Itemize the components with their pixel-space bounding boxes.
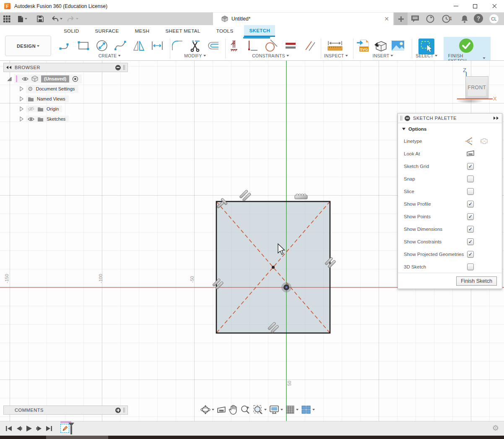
snap-checkbox[interactable]	[467, 176, 474, 182]
visibility-eye-icon[interactable]	[28, 117, 34, 121]
look-at-icon[interactable]	[466, 150, 475, 157]
close-button[interactable]	[485, 0, 504, 12]
offset-tool-icon[interactable]	[205, 39, 220, 53]
create-group-label[interactable]: CREATE	[99, 53, 121, 58]
centerline-linetype-icon[interactable]	[479, 137, 488, 145]
parallel-constraint-glyph[interactable]	[239, 190, 251, 201]
tab-tools[interactable]: TOOLS	[211, 25, 239, 37]
mirror-tool-icon[interactable]	[132, 39, 146, 53]
parallel-constraint-icon[interactable]	[303, 39, 317, 53]
browser-root-row[interactable]: (Unsaved)	[3, 74, 129, 84]
help-icon[interactable]: ?	[474, 14, 483, 23]
inspect-group-label[interactable]: INSPECT	[324, 53, 348, 58]
timeline-settings-gear-icon[interactable]: ⚙	[492, 424, 499, 432]
timeline-play-button[interactable]	[24, 424, 34, 433]
modify-group-label[interactable]: MODIFY	[184, 53, 206, 58]
3d-sketch-checkbox[interactable]	[467, 263, 474, 270]
collapse-browser-icon[interactable]	[6, 66, 12, 69]
comments-bar[interactable]: COMMENTS	[3, 405, 128, 415]
timeline-position-marker[interactable]	[68, 422, 75, 436]
look-at-button[interactable]	[217, 406, 226, 413]
select-group-label[interactable]: SELECT	[416, 53, 437, 58]
center-point[interactable]	[272, 266, 275, 269]
add-comment-icon[interactable]	[115, 408, 121, 413]
tab-close-icon[interactable]: ✕	[383, 15, 390, 22]
show-dimensions-checkbox[interactable]: ✓	[467, 226, 474, 232]
undo-button[interactable]	[51, 14, 62, 24]
browser-item-document-settings[interactable]: ⚙ Document Settings	[3, 84, 129, 94]
equal-constraint-icon[interactable]	[283, 39, 298, 53]
show-profile-checkbox[interactable]: ✓	[467, 201, 474, 207]
rectangle-tool-icon[interactable]	[76, 39, 91, 53]
fit-button[interactable]	[253, 405, 267, 415]
line-tool-icon[interactable]	[58, 39, 72, 53]
document-name[interactable]: (Unsaved)	[41, 75, 69, 83]
visibility-off-eye-icon[interactable]	[28, 106, 34, 111]
construction-linetype-icon[interactable]	[465, 137, 474, 145]
palette-remove-icon[interactable]	[405, 116, 410, 121]
spline-tool-icon[interactable]	[113, 39, 127, 53]
expand-icon[interactable]	[19, 116, 24, 121]
fillet-tool-icon[interactable]	[170, 39, 184, 53]
workspace-selector[interactable]: DESIGN	[5, 36, 51, 56]
expand-icon[interactable]	[7, 76, 12, 82]
bell-icon[interactable]	[460, 14, 470, 24]
constraints-group-label[interactable]: CONSTRAINTS	[252, 53, 289, 58]
timeline-step-back-button[interactable]	[14, 424, 23, 433]
viewcube-front-face[interactable]: FRONT	[468, 79, 486, 96]
browser-remove-icon[interactable]	[115, 65, 121, 70]
avatar[interactable]: CL	[489, 14, 499, 24]
browser-item-origin[interactable]: Origin	[3, 104, 129, 114]
job-status-icon[interactable]	[425, 14, 435, 24]
display-settings-button[interactable]	[269, 405, 283, 414]
collapse-palette-icon[interactable]	[493, 116, 499, 120]
app-grid-icon[interactable]	[3, 14, 10, 24]
minimize-button[interactable]	[446, 0, 465, 12]
browser-item-named-views[interactable]: Named Views	[3, 94, 129, 104]
tab-sketch[interactable]: SKETCH	[244, 25, 275, 37]
visibility-eye-icon[interactable]	[22, 77, 29, 81]
browser-header[interactable]: BROWSER	[3, 63, 128, 72]
timeline-go-to-end-button[interactable]	[44, 424, 54, 433]
comments-grip[interactable]	[123, 408, 125, 413]
maximize-button[interactable]	[465, 0, 485, 12]
expand-icon[interactable]	[19, 86, 24, 91]
browser-grip[interactable]	[123, 65, 125, 70]
show-constraints-checkbox[interactable]: ✓	[467, 238, 474, 245]
insert-group-label[interactable]: INSERT	[372, 53, 393, 58]
options-section-header[interactable]: Options	[398, 123, 502, 135]
grid-settings-button[interactable]	[286, 405, 299, 414]
activate-radio-icon[interactable]	[72, 76, 78, 82]
insert-canvas-icon[interactable]	[391, 39, 405, 53]
tab-mesh[interactable]: MESH	[130, 25, 155, 37]
viewports-button[interactable]	[301, 405, 315, 414]
redo-button[interactable]	[67, 14, 78, 24]
vertical-horizontal-constraint-icon[interactable]	[245, 39, 259, 53]
timeline-step-forward-button[interactable]	[34, 424, 44, 433]
sketch-grid-checkbox[interactable]: ✓	[467, 163, 474, 170]
save-button[interactable]	[37, 14, 44, 24]
expand-icon[interactable]	[19, 96, 24, 101]
orbit-button[interactable]	[200, 405, 214, 415]
insert-mesh-icon[interactable]	[373, 39, 387, 53]
show-projected-geometries-checkbox[interactable]: ✓	[467, 251, 474, 258]
trim-tool-icon[interactable]	[188, 39, 202, 53]
file-menu-button[interactable]	[18, 14, 27, 24]
dimension-tool-icon[interactable]	[150, 39, 164, 53]
tab-sheet-metal[interactable]: SHEET METAL	[160, 25, 205, 37]
measure-tool-icon[interactable]	[326, 39, 344, 53]
fix-constraint-icon[interactable]	[228, 39, 240, 53]
new-tab-button[interactable]	[394, 13, 408, 25]
finish-sketch-button[interactable]: Finish Sketch	[456, 276, 497, 286]
expand-icon[interactable]	[19, 106, 24, 111]
tab-solid[interactable]: SOLID	[59, 25, 84, 37]
browser-item-sketches[interactable]: Sketches	[3, 114, 129, 124]
zoom-button[interactable]	[240, 405, 250, 415]
tangent-constraint-icon[interactable]	[264, 39, 278, 53]
pan-button[interactable]	[229, 405, 238, 415]
comments-icon[interactable]	[410, 14, 420, 24]
insert-svg-icon[interactable]: SVG	[356, 39, 370, 53]
palette-grip[interactable]	[400, 116, 402, 121]
tab-surface[interactable]: SURFACE	[90, 25, 124, 37]
timeline-go-to-start-button[interactable]	[4, 424, 13, 433]
